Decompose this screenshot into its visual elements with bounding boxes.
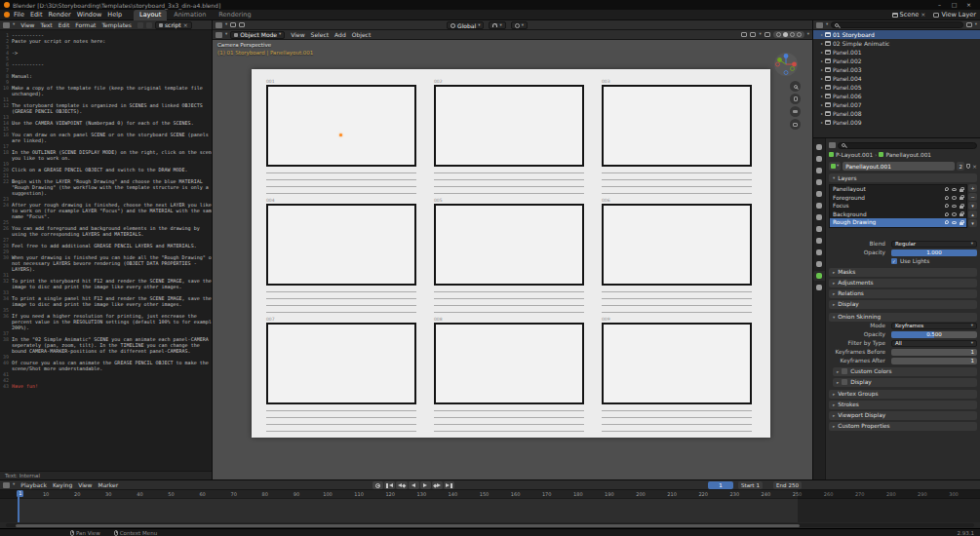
proportional-editing-dropdown[interactable]: ▾ <box>511 21 528 29</box>
menu-item[interactable]: Marker <box>95 481 121 488</box>
panel-frame[interactable] <box>266 85 416 167</box>
scene-selector[interactable]: Scene × <box>892 11 926 19</box>
tab-scene-icon[interactable] <box>813 189 825 199</box>
outliner-row[interactable]: ▸ Panel.007 <box>813 100 980 109</box>
menu-item[interactable]: Add <box>332 31 349 38</box>
viewport-editor-type-icon[interactable] <box>216 32 222 38</box>
outliner-row[interactable]: ▸ Panel.001 <box>813 48 980 57</box>
layer-list-button[interactable]: ▾ <box>968 202 977 210</box>
outliner-row[interactable]: ▸ Panel.008 <box>813 109 980 118</box>
panel-frame[interactable] <box>434 204 584 286</box>
layer-list-button[interactable]: ▾ <box>968 219 977 227</box>
disclosure-icon[interactable]: ▸ <box>821 58 823 63</box>
tab-particles-icon[interactable] <box>813 236 825 246</box>
menu-item[interactable]: Playback <box>18 481 50 488</box>
tab-object-icon[interactable] <box>813 212 825 222</box>
collapsed-panel-header[interactable]: ▸ Viewport Display <box>829 411 977 420</box>
menu-item[interactable]: View <box>18 21 37 28</box>
show-overlays-icon[interactable] <box>750 32 756 37</box>
perspective-toggle-button[interactable] <box>790 119 801 130</box>
outliner-row[interactable]: ▸ Panel.004 <box>813 74 980 83</box>
onion-skin-icon[interactable] <box>945 187 949 191</box>
layer-row[interactable]: Focus <box>830 202 966 211</box>
collapsed-panel-header[interactable]: ▸ Masks <box>829 268 977 277</box>
tab-constraints-icon[interactable] <box>813 259 825 269</box>
collapsed-panel-header[interactable]: ▸ Custom Properties <box>829 422 977 431</box>
panel-frame[interactable] <box>434 85 584 167</box>
panel-checkbox[interactable] <box>842 379 847 385</box>
tool-option-icon[interactable] <box>230 22 236 27</box>
layer-list-button[interactable]: ▴ <box>968 211 977 218</box>
eye-icon[interactable] <box>952 221 957 225</box>
play-reverse-button[interactable] <box>409 481 419 489</box>
frame-end-field[interactable]: End 250 <box>773 481 802 489</box>
menu-item[interactable]: View <box>75 481 95 488</box>
wireframe-shading-icon[interactable] <box>776 32 781 37</box>
keyframes-after-field[interactable]: 1 <box>891 358 977 364</box>
onion-skin-icon[interactable] <box>945 212 949 216</box>
eye-icon[interactable] <box>952 188 957 192</box>
onion-skin-icon[interactable] <box>945 220 949 224</box>
breadcrumb-object[interactable]: P-Layout.001 <box>836 152 873 158</box>
xray-toggle-icon[interactable] <box>764 32 770 37</box>
tab-view-layer-icon[interactable] <box>813 177 825 187</box>
panel-frame[interactable] <box>602 204 752 286</box>
menu-item[interactable]: Edit <box>27 11 46 19</box>
opacity-slider[interactable]: 1.000 <box>891 249 977 256</box>
minimize-button[interactable]: – <box>932 0 947 10</box>
menu-item[interactable]: Object <box>349 31 374 38</box>
viewport-canvas[interactable]: Camera Perspective (1) 01 Storyboard | P… <box>213 40 812 479</box>
camera-view-button[interactable] <box>790 106 801 117</box>
menu-item[interactable]: Format <box>72 21 98 28</box>
onion-filter-dropdown[interactable]: All▾ <box>891 340 977 347</box>
collapsed-panel-header[interactable]: ▸ Adjustments <box>829 279 977 287</box>
tab-material-icon[interactable] <box>813 283 825 292</box>
menu-item[interactable]: View <box>288 31 307 38</box>
jump-to-end-button[interactable] <box>444 481 454 489</box>
onion-skin-icon[interactable] <box>945 204 949 208</box>
lock-icon[interactable] <box>960 189 963 192</box>
disclosure-icon[interactable]: ▸ <box>821 67 823 72</box>
layer-list-button[interactable]: + <box>968 184 977 192</box>
eye-icon[interactable] <box>952 212 957 216</box>
layer-row[interactable]: Panellayout <box>830 185 966 194</box>
menu-item[interactable]: Keying <box>50 481 75 488</box>
blend-dropdown[interactable]: Regular▾ <box>891 241 977 248</box>
word-wrap-toggle-icon[interactable] <box>146 22 152 28</box>
tab-modifiers-icon[interactable] <box>813 224 825 234</box>
tab-physics-icon[interactable] <box>813 248 825 257</box>
layer-list-button[interactable]: − <box>968 193 977 201</box>
unlink-scene-icon[interactable]: × <box>921 12 925 18</box>
active-tool-icon[interactable] <box>216 22 222 28</box>
datablock-type-selector[interactable]: ▾ <box>829 162 841 171</box>
tab-render-icon[interactable] <box>813 154 825 164</box>
outliner-row[interactable]: ▸ Panel.005 <box>813 83 980 92</box>
show-gizmo-icon[interactable] <box>741 32 747 37</box>
layer-row[interactable]: Foreground <box>830 194 966 203</box>
collapsed-panel-header[interactable]: ▸ Display <box>829 300 977 309</box>
onion-mode-dropdown[interactable]: Keyframes▾ <box>891 323 977 329</box>
collapsed-panel-header[interactable]: ▸ Display <box>833 378 977 387</box>
tab-object-data-icon[interactable] <box>813 271 825 281</box>
rendered-shading-icon[interactable] <box>797 32 802 37</box>
collapsed-panel-header[interactable]: ▸ Strokes <box>829 401 977 409</box>
users-count-button[interactable]: 2 <box>957 162 964 171</box>
layers-panel-header[interactable]: ▾ Layers <box>829 173 977 182</box>
panel-frame[interactable] <box>434 323 584 404</box>
text-editor-body[interactable]: 1 ----------- 2 Paste your script or not… <box>0 30 212 470</box>
lock-icon[interactable] <box>960 197 963 200</box>
transform-orientation-dropdown[interactable]: Global ▾ <box>447 21 484 29</box>
disclosure-icon[interactable]: ▸ <box>821 76 823 81</box>
outliner-row[interactable]: ▸ Panel.003 <box>813 65 980 74</box>
outliner-editor-type-icon[interactable] <box>816 22 823 28</box>
mode-dropdown[interactable]: Object Mode ▾ <box>230 31 285 39</box>
blender-menu-icon[interactable] <box>4 12 10 18</box>
play-button[interactable] <box>420 481 431 489</box>
menu-item[interactable]: Window <box>74 11 105 19</box>
outliner-row[interactable]: ▸ Panel.002 <box>813 57 980 65</box>
properties-editor-type-icon[interactable] <box>829 142 836 148</box>
jump-to-start-button[interactable] <box>384 481 395 489</box>
disclosure-icon[interactable]: ▸ <box>821 50 823 55</box>
panel-frame[interactable] <box>602 323 752 404</box>
menu-item[interactable]: Select <box>308 31 333 38</box>
